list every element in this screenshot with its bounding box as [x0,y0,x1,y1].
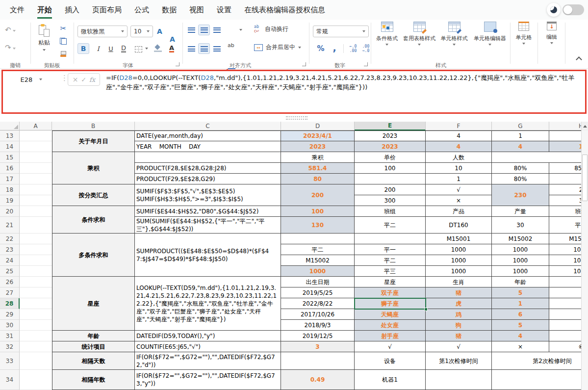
formula-bar-drag-dots[interactable]: ⋮ [61,74,67,82]
cells-button[interactable]: 单元格 [511,22,537,45]
cell-G22[interactable]: M15002 [492,234,549,244]
row-header-31[interactable]: 31 [0,331,20,341]
row-header-23[interactable]: 23 [0,244,20,255]
font-dialog-launcher[interactable] [176,62,179,66]
row-header-16[interactable]: 16 [0,163,20,174]
cell-E24[interactable]: 平二 [355,255,426,266]
cell-B32[interactable]: 统计项目 [52,341,135,352]
cell-E33[interactable]: 设备 [355,352,426,370]
cell-E26[interactable]: 星座 [355,277,426,287]
style-button-2[interactable]: 单元格样式 [437,22,471,46]
align-center-button[interactable] [198,43,210,54]
cell-A26[interactable] [20,277,52,287]
cell-A30[interactable] [20,320,52,331]
column-header-G[interactable]: G [492,122,549,130]
cell-F26[interactable]: 生肖 [426,277,492,287]
cell-E31[interactable]: 射手座 [355,331,426,341]
cell-C21[interactable]: SUM(SUMIF($E$44:$H$52,{"平一","平二","平三"},$… [135,217,281,234]
bold-button[interactable]: B [77,43,89,54]
cell-G33[interactable]: 第2次检修时间 [492,352,588,370]
cell-E30[interactable]: 处女座 [355,320,426,331]
chevron-down-icon[interactable] [239,29,242,31]
row-header-33[interactable]: 33 [0,352,20,370]
cell-D27[interactable]: 2019/5/25 [281,287,355,298]
copy-button[interactable] [58,36,69,46]
style-button-0[interactable]: 条件格式 [372,22,402,46]
style-button-1[interactable]: 套用表格样式 [402,22,436,46]
cell-A15[interactable] [20,152,52,163]
cell-C31[interactable]: DATEDIF(D59,TODAY(),"y") [135,331,281,341]
cell-D20[interactable]: 100 [281,206,355,217]
cell-F25[interactable]: 1000 [426,266,492,277]
cell-G20[interactable]: 产量 [492,206,549,217]
number-format-select[interactable]: 常规 [313,26,369,37]
menu-item-2[interactable]: 插入 [65,0,79,20]
cell-G18[interactable]: 230 [492,184,549,206]
cell-B31[interactable]: 年龄 [52,331,135,341]
column-header-B[interactable]: B [52,122,135,130]
align-top-button[interactable] [185,25,197,35]
row-header-24[interactable]: 24 [0,255,20,266]
cell-D15[interactable]: 乘积 [281,152,355,163]
theme-toggle-switch[interactable] [562,4,584,15]
menu-item-0[interactable]: 文件 [10,0,25,20]
cell-E29[interactable]: 天蝎座 [355,309,426,320]
row-header-21[interactable]: 21 [0,217,20,234]
cell-F29[interactable]: 鸡 [426,309,492,320]
enter-icon[interactable]: ✓ [81,76,86,83]
cell-G17[interactable]: 80% [492,174,549,184]
selection-fill-handle[interactable] [424,308,428,311]
cell-G15[interactable] [492,152,588,163]
vertical-scrollbar[interactable] [581,122,588,390]
align-middle-button[interactable] [198,25,210,35]
row-header-14[interactable]: 14 [0,141,20,152]
cell-A17[interactable] [20,174,52,184]
cell-G14[interactable]: 4 [492,141,549,152]
cell-E20[interactable]: 班组 [355,206,426,217]
column-header-D[interactable]: D [281,122,355,130]
cell-A21[interactable] [20,217,52,234]
row-header-34[interactable]: 34 [0,370,20,390]
cell-B22[interactable]: 多条件求和 [52,234,135,277]
cell-D17[interactable]: 80 [281,174,355,184]
align-bottom-button[interactable] [211,25,223,35]
decrease-decimal-button[interactable]: .00 →.0 [360,43,372,54]
formula-bar-resize-handle[interactable] [286,116,307,120]
cell-A34[interactable] [20,370,52,390]
cell-D14[interactable]: 2023 [281,141,355,152]
cell-F21[interactable]: DT160 [426,217,492,234]
row-header-25[interactable]: 25 [0,266,20,277]
undo-button[interactable]: ↶ [5,26,16,34]
cell-F28[interactable]: 虎 [426,298,492,309]
cell-G29[interactable]: 6 [492,309,549,320]
double-underline-button[interactable]: D [118,43,129,54]
percent-style-button[interactable]: % [315,43,327,54]
edit-button[interactable]: ↓ 编辑 [539,22,564,44]
menu-item-3[interactable]: 页面布局 [92,0,122,20]
cell-E25[interactable]: 平三 [355,266,426,277]
menu-item-8[interactable]: 在线表格编辑器授权信息 [244,0,325,20]
cell-B34[interactable]: 相隔年数 [52,370,135,390]
scrollbar-thumb[interactable] [582,155,588,201]
cell-G16[interactable]: 80% [492,163,549,174]
cell-F18[interactable]: √ [426,184,492,195]
cell-E16[interactable]: 100 [355,163,426,174]
cell-C22[interactable]: SUMPRODUCT(($E$48:$E$50=$D$48)*($F$47:$J… [135,234,281,277]
cell-B18[interactable]: 按分类汇总 [52,184,135,206]
cell-D33[interactable] [281,352,355,370]
row-header-27[interactable]: 27 [0,287,20,298]
row-header-18[interactable]: 18 [0,184,20,195]
menu-item-1[interactable]: 开始 [37,0,52,20]
column-header-A[interactable]: A [20,122,52,130]
cell-D16[interactable]: 581.4 [281,163,355,174]
cell-A23[interactable] [20,244,52,255]
cell-G23[interactable]: 1000 [492,244,549,255]
cell-G25[interactable]: 1000 [492,266,549,277]
cell-E13[interactable]: 2023 [355,130,426,141]
font-color-button[interactable]: A [166,43,178,54]
font-size-select[interactable]: 10 [130,26,153,37]
cell-D32[interactable]: 3 [281,341,355,352]
cell-F13[interactable]: 4 [426,130,492,141]
select-all-corner[interactable] [0,122,20,130]
cell-A29[interactable] [20,309,52,320]
